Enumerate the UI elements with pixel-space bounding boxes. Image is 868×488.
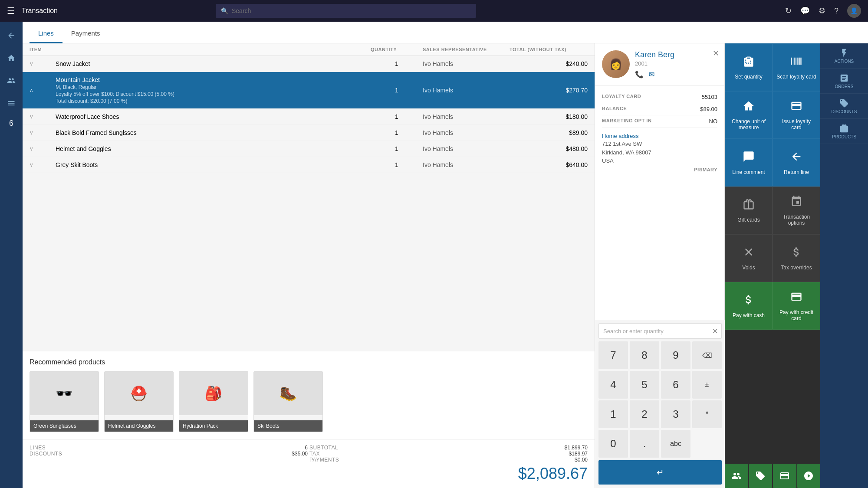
num-2[interactable]: 2 — [630, 400, 659, 428]
line-comment-label: Line comment — [732, 169, 765, 175]
tab-lines[interactable]: Lines — [30, 24, 62, 43]
num-8[interactable]: 8 — [630, 341, 659, 369]
action-pay-credit[interactable]: Pay with credit card — [773, 282, 820, 330]
product-label: Hydration Pack — [179, 420, 248, 432]
tax-value: $189.97 — [569, 451, 588, 457]
issue-loyalty-label: Issue loyalty card — [776, 118, 816, 131]
table-row[interactable]: ∨ Black Bold Framed Sunglsses 1 Ivo Hame… — [23, 125, 595, 141]
balance-label: BALANCE — [602, 106, 627, 112]
action-issue-loyalty[interactable]: Issue loyalty card — [773, 91, 820, 139]
sidebar-item-back[interactable] — [1, 25, 22, 46]
far-right-discounts[interactable]: DISCOUNTS — [820, 94, 868, 119]
product-card-hydration[interactable]: 🎒 Hydration Pack — [179, 371, 248, 432]
action-voids[interactable]: Voids — [725, 234, 773, 282]
return-line-label: Return line — [784, 169, 809, 175]
chevron-icon: ∨ — [30, 162, 56, 168]
primary-badge: PRIMARY — [602, 165, 717, 172]
phone-icon[interactable]: 📞 — [635, 70, 644, 79]
far-right-orders[interactable]: ORDERS — [820, 69, 868, 94]
line-name-group: Mountain Jacket M, Black, Regular Loyalt… — [56, 76, 371, 104]
customer-panel: 👩 Karen Berg 2001 📞 ✉ ✕ LOYALTY CARD — [595, 43, 725, 488]
tab-payments[interactable]: Payments — [62, 24, 109, 43]
action-change-unit[interactable]: Change unit of measure — [725, 91, 773, 139]
num-0[interactable]: 0 — [598, 430, 628, 458]
sidebar-item-customers[interactable] — [1, 70, 22, 91]
table-row[interactable]: ∧ Mountain Jacket M, Black, Regular Loya… — [23, 72, 595, 109]
set-quantity-label: Set quantity — [735, 74, 762, 80]
payment-icon-1[interactable] — [725, 464, 748, 488]
gift-cards-label: Gift cards — [737, 217, 760, 223]
action-gift-cards[interactable]: Gift cards — [725, 187, 773, 234]
left-sidebar: 6 — [0, 22, 23, 488]
sidebar-item-home[interactable] — [1, 48, 22, 69]
pay-credit-icon — [790, 291, 802, 306]
table-row[interactable]: ∨ Waterproof Lace Shoes 1 Ivo Hamels $18… — [23, 109, 595, 125]
action-scan-loyalty[interactable]: Scan loyalty card — [773, 43, 820, 91]
customer-details: LOYALTY CARD 55103 BALANCE $89.00 MARKET… — [595, 86, 724, 320]
hamburger-icon[interactable]: ☰ — [7, 6, 15, 16]
action-line-comment[interactable]: Line comment — [725, 139, 773, 187]
line-rep: Ivo Hamels — [423, 60, 510, 67]
settings-icon[interactable]: ⚙ — [819, 6, 825, 16]
chevron-icon: ∨ — [30, 130, 56, 136]
numpad-close-button[interactable]: ✕ — [712, 327, 718, 335]
tabs-bar: Lines Payments — [23, 22, 868, 43]
num-enter[interactable]: ↵ — [598, 460, 722, 485]
num-abc[interactable]: abc — [661, 430, 690, 458]
num-backspace[interactable]: ⌫ — [692, 341, 722, 369]
product-card-helmet[interactable]: ⛑️ Helmet and Goggles — [104, 371, 174, 432]
action-return-line[interactable]: Return line — [773, 139, 820, 187]
line-price: $270.70 — [510, 87, 588, 94]
num-7[interactable]: 7 — [598, 341, 628, 369]
num-4[interactable]: 4 — [598, 371, 628, 399]
marketing-row: MARKETING OPT IN NO — [602, 115, 717, 128]
numpad-grid: 7 8 9 ⌫ 4 5 6 ± 1 2 3 * 0 . abc — [598, 341, 722, 458]
header-sales-rep: SALES REPRESENTATIVE — [423, 47, 510, 52]
summary-tax: TAX $189.97 — [309, 451, 588, 457]
num-plusminus[interactable]: ± — [692, 371, 722, 399]
product-card-sunglasses[interactable]: 🕶️ Green Sunglasses — [30, 371, 99, 432]
far-right-actions[interactable]: ACTIONS — [820, 43, 868, 69]
num-asterisk[interactable]: * — [692, 400, 722, 428]
action-tax-overrides[interactable]: Tax overrides — [773, 234, 820, 282]
action-set-quantity[interactable]: Set quantity — [725, 43, 773, 91]
payment-icon-2[interactable] — [749, 464, 773, 488]
email-icon[interactable]: ✉ — [649, 70, 654, 79]
product-image: 🥾 — [254, 372, 322, 415]
chat-icon[interactable]: 💬 — [800, 6, 810, 16]
user-avatar[interactable]: 👤 — [847, 4, 861, 18]
header-total: TOTAL (WITHOUT TAX) — [510, 47, 588, 52]
product-card-skiboots[interactable]: 🥾 Ski Boots — [253, 371, 323, 432]
payment-icon-4[interactable] — [797, 464, 821, 488]
scan-loyalty-icon — [790, 55, 802, 70]
refresh-icon[interactable]: ↻ — [785, 6, 792, 16]
product-image: 🕶️ — [30, 372, 99, 415]
numpad-search-text: Search or enter quantity — [603, 328, 664, 334]
sidebar-item-menu[interactable] — [1, 93, 22, 114]
payment-icon-3[interactable] — [773, 464, 796, 488]
line-qty: 1 — [371, 145, 423, 152]
search-bar[interactable]: 🔍 — [216, 4, 476, 18]
search-input[interactable] — [232, 7, 471, 14]
num-9[interactable]: 9 — [661, 341, 690, 369]
line-qty: 1 — [371, 60, 423, 67]
num-3[interactable]: 3 — [661, 400, 690, 428]
numpad-search[interactable]: Search or enter quantity ✕ — [598, 323, 722, 339]
line-rep: Ivo Hamels — [423, 113, 510, 120]
num-6[interactable]: 6 — [661, 371, 690, 399]
close-customer-button[interactable]: ✕ — [713, 49, 719, 58]
num-dot[interactable]: . — [630, 430, 659, 458]
main-content: Lines Payments ITEM QUANTITY SALES REPRE… — [23, 22, 868, 488]
table-row[interactable]: ∨ Grey Skit Boots 1 Ivo Hamels $640.00 — [23, 157, 595, 173]
table-row[interactable]: ∨ Snow Jacket 1 Ivo Hamels $240.00 — [23, 56, 595, 72]
num-5[interactable]: 5 — [630, 371, 659, 399]
set-quantity-icon — [743, 55, 755, 70]
line-rep: Ivo Hamels — [423, 129, 510, 136]
help-icon[interactable]: ? — [834, 7, 838, 16]
num-1[interactable]: 1 — [598, 400, 628, 428]
table-row[interactable]: ∨ Helmet and Goggles 1 Ivo Hamels $480.0… — [23, 141, 595, 157]
far-right-products[interactable]: PRODUCTS — [820, 119, 868, 144]
action-pay-cash[interactable]: Pay with cash — [725, 282, 773, 330]
summary-subtotal: SUBTOTAL $1,899.70 — [309, 445, 588, 451]
action-transaction-options[interactable]: Transaction options — [773, 187, 820, 234]
